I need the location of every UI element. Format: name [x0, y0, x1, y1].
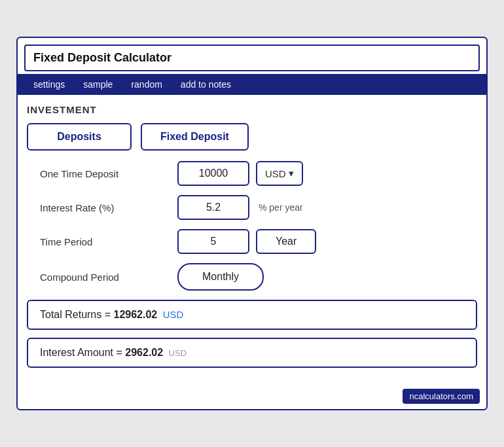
tab-random[interactable]: random [122, 74, 171, 95]
deposit-type-row: Deposits Fixed Deposit [27, 123, 477, 151]
tab-bar: settings sample random add to notes [18, 74, 486, 95]
currency-label: USD [265, 168, 286, 179]
section-label: INVESTMENT [27, 104, 477, 115]
currency-button[interactable]: USD ▾ [256, 161, 303, 186]
interest-amount-currency: USD [169, 348, 187, 358]
per-year-text: % per year [259, 202, 303, 213]
total-returns-value: 12962.02 [114, 309, 158, 320]
interest-rate-input[interactable] [177, 195, 249, 220]
monthly-button[interactable]: Monthly [177, 263, 264, 291]
time-period-row: Time Period Year [27, 229, 477, 254]
compound-period-row: Compound Period Monthly [27, 263, 477, 291]
total-returns-label: Total Returns = [40, 309, 111, 320]
currency-arrow-icon: ▾ [289, 168, 294, 179]
time-period-input[interactable] [177, 229, 249, 254]
one-time-deposit-label: One Time Deposit [27, 168, 171, 179]
total-returns-box: Total Returns = 12962.02 USD [27, 300, 477, 330]
calculator-container: Fixed Deposit Calculator settings sample… [16, 37, 488, 410]
fixed-deposit-button[interactable]: Fixed Deposit [141, 123, 249, 151]
deposits-button[interactable]: Deposits [27, 123, 132, 151]
interest-amount-box: Interest Amount = 2962.02 USD [27, 338, 477, 368]
time-period-label: Time Period [27, 236, 171, 247]
footer-brand: ncalculators.com [18, 385, 486, 409]
year-button[interactable]: Year [256, 229, 316, 254]
total-returns-currency: USD [163, 309, 184, 320]
calculator-title: Fixed Deposit Calculator [33, 51, 171, 64]
tab-sample[interactable]: sample [74, 74, 122, 95]
title-bar: Fixed Deposit Calculator [24, 45, 480, 71]
tab-add-to-notes[interactable]: add to notes [171, 74, 240, 95]
interest-rate-label: Interest Rate (%) [27, 202, 171, 213]
content-area: INVESTMENT Deposits Fixed Deposit One Ti… [18, 95, 486, 385]
interest-rate-row: Interest Rate (%) % per year [27, 195, 477, 220]
interest-amount-value: 2962.02 [125, 347, 163, 358]
compound-period-label: Compound Period [27, 272, 171, 283]
interest-amount-label: Interest Amount = [40, 347, 122, 358]
one-time-deposit-input[interactable] [177, 161, 249, 186]
tab-settings[interactable]: settings [24, 74, 74, 95]
one-time-deposit-row: One Time Deposit USD ▾ [27, 161, 477, 186]
brand-badge: ncalculators.com [403, 389, 480, 404]
